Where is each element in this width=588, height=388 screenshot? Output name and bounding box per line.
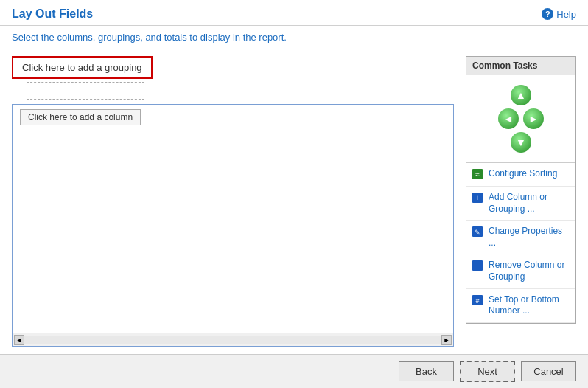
scrollbar-right-arrow[interactable]: ► bbox=[441, 335, 452, 345]
left-panel: Click here to add a grouping Click here … bbox=[12, 56, 454, 347]
change-properties-icon: ✎ bbox=[472, 226, 484, 238]
add-column-icon: + bbox=[472, 193, 484, 204]
remove-column-label: Remove Column or Grouping bbox=[489, 260, 570, 283]
scrollbar-left-arrow[interactable]: ◄ bbox=[14, 335, 24, 345]
set-top-bottom-icon: # bbox=[472, 295, 484, 307]
task-configure-sorting[interactable]: ≈ Configure Sorting bbox=[466, 163, 575, 187]
horizontal-scrollbar[interactable]: ◄ ► bbox=[13, 333, 453, 346]
sort-icon: ≈ bbox=[472, 169, 484, 181]
subtitle: Select the columns, groupings, and total… bbox=[0, 26, 588, 49]
arrow-right-icon: ► bbox=[528, 114, 539, 124]
svg-text:#: # bbox=[475, 297, 479, 305]
help-icon: ? bbox=[542, 8, 553, 20]
help-link[interactable]: ? Help bbox=[542, 8, 576, 20]
cancel-button[interactable]: Cancel bbox=[521, 361, 576, 381]
footer: Back Next Cancel bbox=[0, 354, 588, 388]
nav-arrows: ▲ ◄ ► bbox=[466, 75, 575, 163]
column-header-row: Click here to add a column bbox=[13, 105, 453, 130]
arrow-left-button[interactable]: ◄ bbox=[497, 108, 519, 130]
arrow-left-icon: ◄ bbox=[503, 114, 514, 124]
nav-row-bottom: ▼ bbox=[510, 131, 532, 153]
right-panel: Common Tasks ▲ ◄ bbox=[466, 56, 576, 347]
svg-text:−: − bbox=[475, 262, 480, 270]
add-grouping-button[interactable]: Click here to add a grouping bbox=[12, 56, 153, 79]
svg-text:+: + bbox=[475, 194, 480, 202]
add-column-label: Add Column or Grouping ... bbox=[489, 192, 570, 215]
main-content: Click here to add a grouping Click here … bbox=[0, 49, 588, 354]
change-properties-label: Change Properties ... bbox=[489, 226, 570, 249]
arrow-down-circle: ▼ bbox=[511, 132, 531, 153]
nav-row-top: ▲ bbox=[510, 84, 532, 106]
task-change-properties[interactable]: ✎ Change Properties ... bbox=[466, 221, 575, 254]
svg-text:✎: ✎ bbox=[475, 229, 480, 236]
subtitle-text-before: Select the columns, groupings, and total… bbox=[12, 32, 200, 43]
add-column-button[interactable]: Click here to add a column bbox=[20, 109, 141, 125]
arrow-down-icon: ▼ bbox=[516, 137, 526, 148]
page-wrapper: Lay Out Fields ? Help Select the columns… bbox=[0, 0, 588, 388]
grouping-placeholder bbox=[27, 82, 144, 100]
task-remove-column[interactable]: − Remove Column or Grouping bbox=[466, 254, 575, 288]
task-add-column[interactable]: + Add Column or Grouping ... bbox=[466, 187, 575, 221]
column-area: Click here to add a column ◄ ► bbox=[12, 104, 454, 347]
arrow-up-icon: ▲ bbox=[516, 90, 526, 100]
configure-sorting-label: Configure Sorting bbox=[489, 168, 557, 180]
subtitle-text-after: in the report. bbox=[230, 32, 287, 43]
common-tasks-box: Common Tasks ▲ ◄ bbox=[466, 56, 576, 324]
nav-row-middle: ◄ ► bbox=[497, 108, 545, 130]
arrow-right-circle: ► bbox=[523, 108, 544, 129]
task-set-top-bottom[interactable]: # Set Top or Bottom Number ... bbox=[466, 289, 575, 323]
grouping-area: Click here to add a grouping bbox=[12, 56, 454, 100]
arrow-down-button[interactable]: ▼ bbox=[510, 131, 532, 153]
arrow-up-circle: ▲ bbox=[511, 85, 531, 105]
back-button[interactable]: Back bbox=[399, 361, 454, 381]
arrow-right-button[interactable]: ► bbox=[522, 108, 545, 130]
arrow-left-circle: ◄ bbox=[498, 108, 519, 129]
remove-column-icon: − bbox=[472, 260, 484, 272]
svg-text:≈: ≈ bbox=[475, 170, 480, 179]
column-content bbox=[13, 130, 453, 333]
set-top-bottom-label: Set Top or Bottom Number ... bbox=[489, 294, 570, 317]
page-title: Lay Out Fields bbox=[12, 7, 93, 21]
next-button[interactable]: Next bbox=[460, 361, 515, 382]
common-tasks-title: Common Tasks bbox=[466, 57, 575, 75]
arrow-up-button[interactable]: ▲ bbox=[510, 84, 532, 106]
subtitle-highlight: display bbox=[200, 32, 230, 43]
help-label: Help bbox=[556, 9, 576, 20]
header: Lay Out Fields ? Help bbox=[0, 0, 588, 26]
